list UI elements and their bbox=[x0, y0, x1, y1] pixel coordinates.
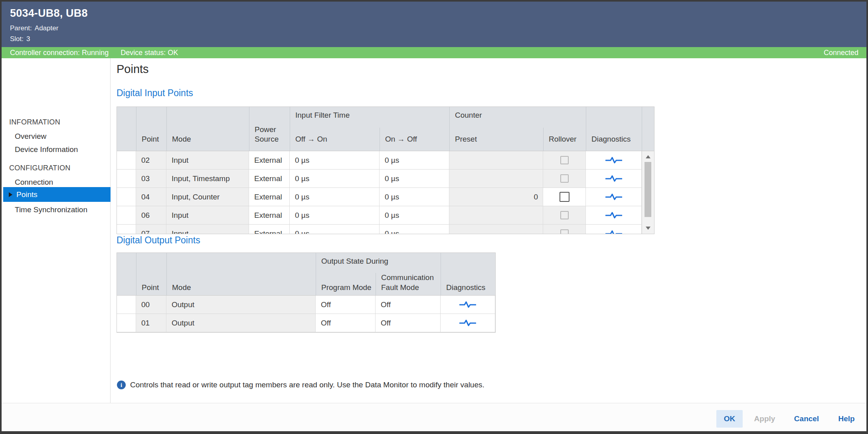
sidebar-item-time-synchronization[interactable]: Time Synchronization bbox=[15, 205, 87, 214]
sidebar-item-device-information[interactable]: Device Information bbox=[15, 145, 78, 154]
power-source-cell[interactable]: External bbox=[249, 206, 290, 225]
power-source-cell[interactable]: External bbox=[249, 188, 290, 206]
mode-cell: Output bbox=[166, 314, 316, 332]
info-icon: i bbox=[117, 381, 126, 389]
off-on-filter-cell[interactable]: 0 µs bbox=[290, 206, 380, 225]
arrow-right-icon bbox=[9, 192, 12, 197]
off-on-filter-cell[interactable]: 0 µs bbox=[290, 151, 380, 170]
row-selector-cell[interactable] bbox=[117, 314, 136, 332]
row-selector-cell[interactable] bbox=[117, 151, 136, 170]
sidebar-section-information: INFORMATION bbox=[9, 118, 60, 126]
rollover-cell bbox=[543, 151, 586, 170]
on-off-filter-cell[interactable]: 0 µs bbox=[380, 225, 449, 234]
table-row: 02 Input External 0 µs 0 µs bbox=[117, 151, 642, 170]
pulse-icon bbox=[459, 301, 476, 308]
table-row: 04 Input, Counter External 0 µs 0 µs 0 bbox=[117, 188, 642, 206]
row-selector-cell[interactable] bbox=[117, 206, 136, 225]
point-cell: 01 bbox=[136, 314, 166, 332]
col-group-counter: Counter bbox=[449, 107, 586, 128]
pulse-icon bbox=[605, 193, 622, 201]
power-source-cell[interactable]: External bbox=[249, 170, 290, 188]
col-header-diagnostics: Diagnostics bbox=[441, 253, 495, 299]
row-selector-cell[interactable] bbox=[117, 296, 136, 314]
diagnostics-cell[interactable] bbox=[586, 206, 642, 225]
on-off-filter-cell[interactable]: 0 µs bbox=[380, 151, 449, 170]
diagnostics-cell[interactable] bbox=[586, 170, 642, 188]
apply-button[interactable]: Apply bbox=[745, 410, 785, 428]
pulse-icon bbox=[605, 230, 622, 234]
col-header-power-source: Power Source bbox=[249, 107, 290, 151]
table-row: 00 Output Off Off bbox=[117, 296, 495, 314]
device-profile-window: 5034-UB8, UB8 Parent:Adapter Slot:3 Cont… bbox=[0, 0, 868, 434]
scroll-down-icon[interactable] bbox=[646, 227, 651, 230]
col-header-comm-fault-mode: Communication Fault Mode bbox=[376, 273, 441, 299]
col-group-input-filter-time: Input Filter Time bbox=[290, 107, 449, 128]
digital-input-points-heading: Digital Input Points bbox=[117, 88, 193, 99]
vertical-scrollbar[interactable] bbox=[642, 151, 654, 234]
sidebar: INFORMATION Overview Device Information … bbox=[2, 58, 111, 403]
on-off-filter-cell[interactable]: 0 µs bbox=[380, 206, 449, 225]
col-header-off-on: Off → On bbox=[290, 128, 380, 151]
digital-input-points-table: Point Mode Power Source Input Filter Tim… bbox=[117, 107, 654, 234]
sidebar-section-configuration: CONFIGURATION bbox=[9, 164, 71, 172]
comm-fault-mode-cell[interactable]: Off bbox=[376, 296, 441, 314]
row-selector-cell[interactable] bbox=[117, 170, 136, 188]
row-selector-cell[interactable] bbox=[117, 188, 136, 206]
diagnostics-cell[interactable] bbox=[586, 225, 642, 234]
slot-line: Slot:3 bbox=[10, 35, 30, 43]
digital-output-points-heading: Digital Output Points bbox=[117, 235, 200, 246]
table-row: 01 Output Off Off bbox=[117, 314, 495, 332]
pulse-icon bbox=[605, 156, 622, 164]
sidebar-item-points[interactable]: Points bbox=[3, 187, 111, 202]
comm-fault-mode-cell[interactable]: Off bbox=[376, 314, 441, 332]
scrollbar-thumb[interactable] bbox=[645, 162, 651, 217]
cancel-button[interactable]: Cancel bbox=[785, 410, 828, 428]
rollover-cell bbox=[543, 225, 586, 234]
footer-bar: OK Apply Cancel Help bbox=[2, 403, 866, 431]
off-on-filter-cell[interactable]: 0 µs bbox=[290, 188, 380, 206]
preset-cell bbox=[449, 206, 543, 225]
mode-cell: Input bbox=[166, 151, 249, 170]
diagnostics-cell[interactable] bbox=[586, 151, 642, 170]
power-source-cell[interactable]: External bbox=[249, 151, 290, 170]
scroll-up-icon[interactable] bbox=[646, 155, 651, 158]
parent-value: Adapter bbox=[35, 24, 59, 32]
off-on-filter-cell[interactable]: 0 µs bbox=[290, 225, 380, 234]
output-table-header: Point Mode Output State During Program M… bbox=[117, 253, 495, 296]
device-title: 5034-UB8, UB8 bbox=[10, 7, 88, 20]
connection-status-bar: Controller connection: Running Device st… bbox=[2, 47, 866, 58]
sidebar-item-overview[interactable]: Overview bbox=[15, 132, 46, 141]
parent-line: Parent:Adapter bbox=[10, 24, 58, 32]
input-table-header: Point Mode Power Source Input Filter Tim… bbox=[117, 107, 654, 151]
point-cell: 07 bbox=[136, 225, 166, 234]
rollover-checkbox[interactable] bbox=[560, 192, 569, 202]
mode-cell: Input bbox=[166, 225, 249, 234]
mode-cell: Input bbox=[166, 206, 249, 225]
rollover-cell bbox=[543, 206, 586, 225]
power-source-cell[interactable]: External bbox=[249, 225, 290, 234]
point-cell: 02 bbox=[136, 151, 166, 170]
rollover-checkbox-disabled bbox=[560, 174, 569, 183]
row-selector-cell[interactable] bbox=[117, 225, 136, 234]
mode-cell: Input, Counter bbox=[166, 188, 249, 206]
table-row: 03 Input, Timestamp External 0 µs 0 µs bbox=[117, 170, 642, 188]
off-on-filter-cell[interactable]: 0 µs bbox=[290, 170, 380, 188]
page-title: Points bbox=[117, 63, 149, 76]
on-off-filter-cell[interactable]: 0 µs bbox=[380, 188, 449, 206]
help-button[interactable]: Help bbox=[828, 410, 864, 428]
mode-cell: Output bbox=[166, 296, 316, 314]
diagnostics-cell[interactable] bbox=[586, 188, 642, 206]
ok-button[interactable]: OK bbox=[716, 410, 743, 428]
diagnostics-cell[interactable] bbox=[441, 314, 495, 332]
output-table-rows: 00 Output Off Off 01 Output Off Off bbox=[117, 296, 495, 332]
col-header-point: Point bbox=[136, 107, 166, 151]
diagnostics-cell[interactable] bbox=[441, 296, 495, 314]
program-mode-cell[interactable]: Off bbox=[316, 296, 376, 314]
col-header-rollover: Rollover bbox=[543, 128, 586, 151]
preset-cell: 0 bbox=[449, 188, 543, 206]
program-mode-cell[interactable]: Off bbox=[316, 314, 376, 332]
on-off-filter-cell[interactable]: 0 µs bbox=[380, 170, 449, 188]
window-header: 5034-UB8, UB8 Parent:Adapter Slot:3 bbox=[2, 2, 866, 47]
col-header-program-mode: Program Mode bbox=[316, 273, 376, 299]
sidebar-item-connection[interactable]: Connection bbox=[15, 178, 53, 187]
